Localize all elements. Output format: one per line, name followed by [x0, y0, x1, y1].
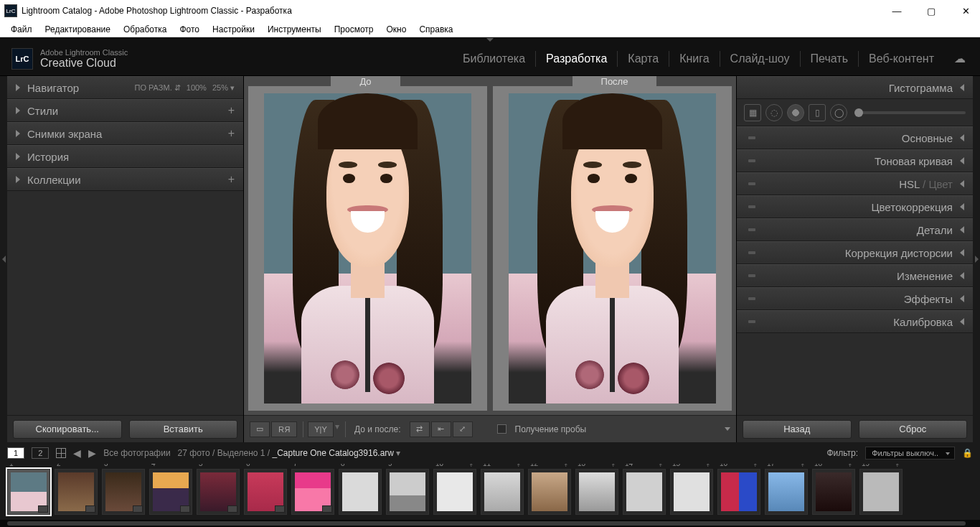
panel-toggle-icon[interactable] — [748, 228, 755, 231]
thumbnail[interactable]: 7 — [291, 469, 334, 515]
monitor-1-button[interactable]: 1 — [7, 447, 24, 459]
nav-zoom-100[interactable]: 100% — [187, 83, 207, 92]
menu-view[interactable]: Просмотр — [328, 23, 380, 36]
loupe-view-button[interactable]: ▭ — [250, 421, 270, 437]
grid-view-icon[interactable] — [56, 448, 66, 458]
menu-develop[interactable]: Обработка — [117, 23, 174, 36]
module-book[interactable]: Книга — [669, 52, 719, 65]
left-panel-collapse[interactable] — [0, 76, 7, 442]
menu-edit[interactable]: Редактирование — [39, 23, 117, 36]
thumbnail[interactable]: 16↟ — [717, 469, 760, 515]
add-snapshot-icon[interactable]: + — [228, 127, 235, 140]
thumbnail[interactable]: 14↟ — [623, 469, 666, 515]
panel-detail[interactable]: Детали — [737, 218, 973, 241]
add-collection-icon[interactable]: + — [228, 173, 235, 186]
thumbnail[interactable]: 17↟ — [765, 469, 808, 515]
maximize-button[interactable]: ▢ — [923, 6, 940, 17]
panel-effects[interactable]: Эффекты — [737, 287, 973, 310]
menu-file[interactable]: Файл — [4, 23, 39, 36]
monitor-2-button[interactable]: 2 — [32, 447, 49, 459]
thumbnail[interactable]: 9 — [386, 469, 429, 515]
thumbnail[interactable]: 19↟ — [859, 469, 903, 515]
panel-color-grading[interactable]: Цветокоррекция — [737, 195, 973, 218]
thumbnail[interactable]: 15↟ — [670, 469, 713, 515]
panel-lens-corrections[interactable]: Коррекция дисторсии — [737, 241, 973, 264]
thumbnail[interactable]: 12↟ — [528, 469, 571, 515]
panel-toggle-icon[interactable] — [748, 182, 755, 185]
module-library[interactable]: Библиотека — [453, 52, 535, 65]
minimize-button[interactable]: — — [888, 6, 905, 17]
soft-proof-checkbox[interactable] — [497, 424, 507, 434]
add-preset-icon[interactable]: + — [228, 104, 235, 117]
nav-fit-mode[interactable]: ПО РАЗМ. ⇵ — [135, 83, 181, 93]
menu-tools[interactable]: Инструменты — [261, 23, 328, 36]
previous-button[interactable]: Назад — [743, 420, 852, 439]
before-after-yy-button[interactable]: Y|Y — [308, 421, 334, 437]
module-print[interactable]: Печать — [801, 52, 858, 65]
panel-toggle-icon[interactable] — [748, 136, 755, 139]
right-panel-collapse[interactable] — [973, 76, 980, 442]
panel-toggle-icon[interactable] — [748, 274, 755, 277]
panel-toggle-icon[interactable] — [748, 159, 755, 162]
panel-collections[interactable]: Коллекции + — [7, 168, 243, 191]
menu-window[interactable]: Окно — [380, 23, 413, 36]
reset-button[interactable]: Сброс — [859, 420, 968, 439]
spot-removal-tool-icon[interactable]: ◌ — [765, 104, 783, 121]
panel-calibration[interactable]: Калибровка — [737, 310, 973, 333]
brush-size-slider[interactable] — [854, 111, 966, 114]
menu-help[interactable]: Справка — [413, 23, 459, 36]
toolbar-options-dropdown[interactable] — [725, 427, 730, 431]
copy-after-to-before-button[interactable]: ⤢ — [453, 421, 473, 437]
panel-transform[interactable]: Изменение — [737, 264, 973, 287]
panel-toggle-icon[interactable] — [748, 297, 755, 300]
thumbnail[interactable]: 2 — [55, 469, 98, 515]
prev-photo-button[interactable]: ◀ — [73, 447, 81, 459]
thumbnail[interactable]: 3 — [102, 469, 145, 515]
next-photo-button[interactable]: ▶ — [88, 447, 96, 459]
module-map[interactable]: Карта — [618, 52, 669, 65]
menu-photo[interactable]: Фото — [173, 23, 206, 36]
nav-zoom-25[interactable]: 25% ▾ — [212, 83, 235, 93]
thumbnail[interactable]: 5 — [197, 469, 240, 515]
panel-presets[interactable]: Стили + — [7, 99, 243, 122]
module-slideshow[interactable]: Слайд-шоу — [720, 52, 800, 65]
thumbnail[interactable]: 10↟ — [433, 469, 476, 515]
preview-after-pane[interactable] — [493, 86, 732, 411]
filmstrip-path[interactable]: Все фотографии 27 фото / Выделено 1 / _C… — [103, 448, 400, 458]
copy-before-to-after-button[interactable]: ⇤ — [431, 421, 451, 437]
panel-history[interactable]: История — [7, 145, 243, 168]
thumbnail[interactable]: 13↟ — [575, 469, 618, 515]
thumbnail[interactable]: 4 — [149, 469, 192, 515]
copy-settings-button[interactable]: Скопировать... — [13, 420, 122, 439]
filter-lock-icon[interactable]: 🔒 — [962, 448, 973, 458]
graduated-filter-tool-icon[interactable]: ▯ — [809, 104, 826, 121]
module-web[interactable]: Веб-контент — [859, 52, 944, 65]
paste-settings-button[interactable]: Вставить — [129, 420, 238, 439]
filter-dropdown[interactable]: Фильтры выключ.. — [865, 447, 955, 460]
panel-toggle-icon[interactable] — [748, 251, 755, 254]
thumbnail[interactable]: 18↟ — [812, 469, 855, 515]
thumbnail[interactable]: 8 — [339, 469, 382, 515]
panel-histogram[interactable]: Гистограмма — [737, 76, 973, 99]
radial-filter-tool-icon[interactable]: ◯ — [830, 104, 847, 121]
module-develop[interactable]: Разработка — [536, 52, 617, 65]
cloud-sync-icon[interactable]: ☁ — [954, 52, 966, 65]
panel-snapshots[interactable]: Снимки экрана + — [7, 122, 243, 145]
panel-navigator[interactable]: Навигатор ПО РАЗМ. ⇵ 100% 25% ▾ — [7, 76, 243, 99]
crop-tool-icon[interactable]: ▦ — [744, 104, 761, 121]
close-button[interactable]: ✕ — [957, 6, 974, 17]
redeye-tool-icon[interactable] — [787, 104, 804, 121]
panel-toggle-icon[interactable] — [748, 320, 755, 323]
filmstrip-scrollbar[interactable] — [0, 520, 980, 527]
swap-before-after-button[interactable]: ⇄ — [410, 421, 430, 437]
thumbnail[interactable]: 11↟ — [481, 469, 524, 515]
thumbnail[interactable]: 1 — [7, 469, 50, 515]
preview-before-pane[interactable] — [248, 86, 487, 411]
before-after-lr-button[interactable]: ЯЯ — [271, 421, 297, 437]
panel-basic[interactable]: Основные — [737, 126, 973, 149]
filmstrip[interactable]: 12345678910↟11↟12↟13↟14↟15↟16↟17↟18↟19↟ — [0, 464, 980, 520]
panel-tone-curve[interactable]: Тоновая кривая — [737, 149, 973, 172]
panel-hsl[interactable]: HSL / Цвет — [737, 172, 973, 195]
thumbnail[interactable]: 6 — [244, 469, 287, 515]
panel-toggle-icon[interactable] — [748, 205, 755, 208]
